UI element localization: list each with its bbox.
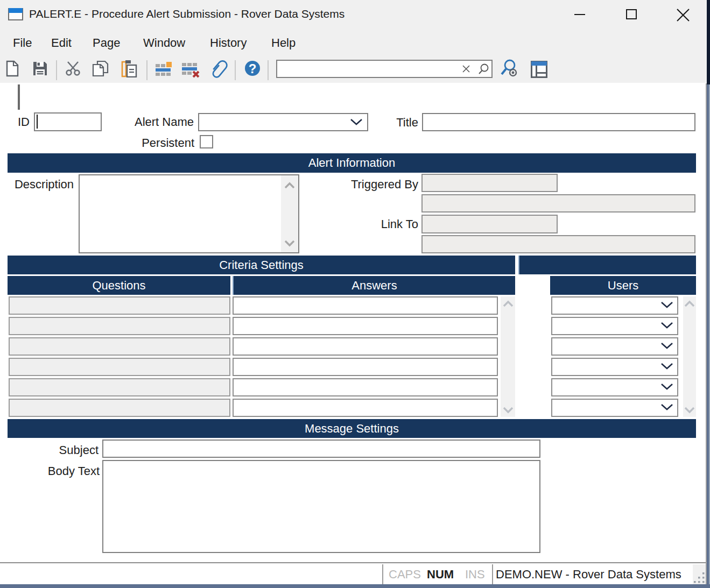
svg-text:?: ? (249, 61, 257, 76)
